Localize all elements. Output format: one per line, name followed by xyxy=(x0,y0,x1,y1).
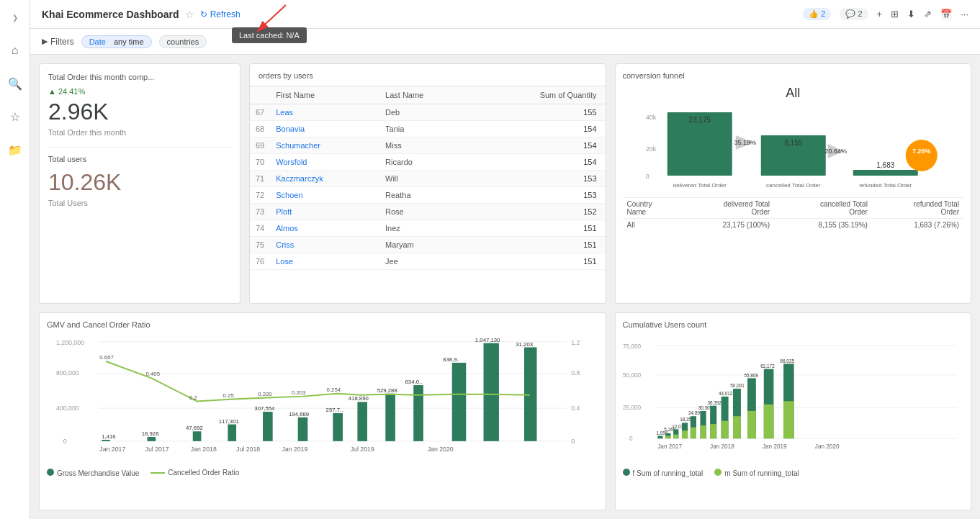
cell-qty: 151 xyxy=(472,220,605,237)
add-action[interactable]: + xyxy=(877,9,883,19)
download-action[interactable]: ⬇ xyxy=(907,9,915,19)
svg-text:Jul 2018: Jul 2018 xyxy=(236,446,260,453)
table-row: 73 Plott Rose 152 xyxy=(250,204,606,220)
svg-text:0.8: 0.8 xyxy=(571,369,580,376)
page-title: Khai Ecommerce Dashboard xyxy=(42,9,179,20)
cell-first-name[interactable]: Leas xyxy=(270,104,379,121)
cell-last-name: Deb xyxy=(379,104,472,121)
total-order-label: Total Order this month xyxy=(48,128,231,137)
more-action[interactable]: ··· xyxy=(961,9,968,19)
svg-rect-97 xyxy=(710,424,716,438)
svg-rect-82 xyxy=(665,435,670,438)
refresh-button[interactable]: ↻ Refresh xyxy=(200,9,240,19)
svg-rect-49 xyxy=(413,385,423,441)
col-country: CountryName xyxy=(623,198,680,219)
cell-qty: 152 xyxy=(472,204,605,220)
share-action[interactable]: ⇗ xyxy=(924,9,932,19)
svg-rect-85 xyxy=(673,434,678,438)
dashboard-grid: Total Order this month comp... ▲ 24.41% … xyxy=(30,55,980,519)
date-filter[interactable]: Date any time xyxy=(81,35,152,48)
cell-first-name[interactable]: Bonavia xyxy=(270,121,379,137)
funnel-all-label: All xyxy=(623,86,964,101)
svg-rect-79 xyxy=(657,435,662,438)
svg-point-14 xyxy=(905,140,937,171)
funnel-title: conversion funnel xyxy=(623,71,964,80)
gmv-chart-card: GMV and Cancel Order Ratio 1,200,000 800… xyxy=(39,312,606,511)
cell-country: All xyxy=(623,219,680,232)
star-icon[interactable]: ☆ xyxy=(5,107,25,127)
svg-text:0.4: 0.4 xyxy=(571,405,580,412)
filter-action[interactable]: ⊞ xyxy=(891,9,899,19)
cell-last-name: Inez xyxy=(379,220,472,237)
cell-first-name[interactable]: Plott xyxy=(270,204,379,220)
table-row: 67 Leas Deb 155 xyxy=(250,104,606,121)
table-row: 68 Bonavia Tania 154 xyxy=(250,121,606,137)
svg-rect-37 xyxy=(228,424,236,441)
svg-rect-45 xyxy=(357,402,367,441)
table-row: 69 Schumacher Miss 154 xyxy=(250,137,606,154)
svg-rect-106 xyxy=(747,410,756,438)
table-header-row: First Name Last Name Sum of Quantity xyxy=(250,86,606,104)
comment-badge[interactable]: 💬 2 xyxy=(840,8,868,20)
svg-text:838,9..: 838,9.. xyxy=(443,356,460,362)
legend-f-running: f Sum of running_total xyxy=(623,469,703,477)
cell-qty: 155 xyxy=(472,104,605,121)
gmv-title: GMV and Cancel Order Ratio xyxy=(47,320,598,329)
search-icon[interactable]: 🔍 xyxy=(5,73,25,94)
cell-last-name: Jee xyxy=(379,253,472,270)
cell-num: 67 xyxy=(250,104,270,121)
svg-text:20k: 20k xyxy=(645,145,656,153)
cell-num: 70 xyxy=(250,154,270,171)
svg-rect-88 xyxy=(681,430,687,438)
svg-text:cancelled Total Order: cancelled Total Order xyxy=(766,182,821,189)
cell-first-name[interactable]: Criss xyxy=(270,237,379,253)
cell-first-name[interactable]: Kaczmarczyk xyxy=(270,171,379,187)
cell-num: 71 xyxy=(250,171,270,187)
cell-qty: 154 xyxy=(472,137,605,154)
cell-first-name[interactable]: Schoen xyxy=(270,187,379,204)
cell-first-name[interactable]: Almos xyxy=(270,220,379,237)
table-row: 71 Kaczmarczyk Will 153 xyxy=(250,171,606,187)
col-refunded: refunded TotalOrder xyxy=(872,198,963,219)
svg-text:Jan 2018: Jan 2018 xyxy=(191,446,217,453)
country-filter[interactable]: countries xyxy=(159,35,207,48)
schedule-action[interactable]: 📅 xyxy=(940,9,952,19)
svg-text:31,203: 31,203 xyxy=(516,340,533,347)
tooltip-last-cached: Last cached: N/A xyxy=(232,27,307,43)
svg-text:400,000: 400,000 xyxy=(56,405,79,412)
svg-text:Jan 2017: Jan 2017 xyxy=(657,443,682,449)
svg-text:Jul 2019: Jul 2019 xyxy=(351,446,374,453)
cell-first-name[interactable]: Worsfold xyxy=(270,154,379,171)
svg-text:23,175: 23,175 xyxy=(688,116,711,124)
cell-first-name[interactable]: Lose xyxy=(270,253,379,270)
svg-text:delivered Total Order: delivered Total Order xyxy=(673,182,726,189)
total-users-title: Total users xyxy=(48,155,231,163)
svg-text:Jan 2019: Jan 2019 xyxy=(762,443,786,449)
svg-text:36,392: 36,392 xyxy=(707,400,721,405)
cell-cancelled: 8,155 (35.19%) xyxy=(774,219,872,232)
gmv-svg: 1,200,000 800,000 400,000 0 1.2 0.8 0.4 … xyxy=(47,335,598,464)
cell-first-name[interactable]: Schumacher xyxy=(270,137,379,154)
home-icon[interactable]: ⌂ xyxy=(5,40,25,60)
conversion-funnel-card: conversion funnel All 40k 20k 0 23,175 3… xyxy=(615,63,972,304)
folder-icon[interactable]: 📁 xyxy=(5,140,25,160)
svg-text:0.25: 0.25 xyxy=(223,392,234,398)
col-last-name: Last Name xyxy=(379,86,472,104)
svg-text:0: 0 xyxy=(629,435,633,441)
collapse-icon[interactable]: ❯ xyxy=(5,7,25,27)
cell-qty: 154 xyxy=(472,121,605,137)
cell-num: 76 xyxy=(250,253,270,270)
favorite-star-icon[interactable]: ☆ xyxy=(185,9,194,20)
cell-num: 75 xyxy=(250,237,270,253)
cell-last-name: Maryam xyxy=(379,237,472,253)
col-cancelled: cancelled TotalOrder xyxy=(774,198,872,219)
total-users-value: 10.26K xyxy=(48,169,231,196)
like-badge[interactable]: 👍 2 xyxy=(803,8,831,20)
cell-num: 68 xyxy=(250,121,270,137)
svg-text:Jan 2019: Jan 2019 xyxy=(282,446,307,453)
cell-qty: 153 xyxy=(472,187,605,204)
svg-text:25,000: 25,000 xyxy=(623,405,641,411)
svg-rect-51 xyxy=(452,362,466,441)
svg-text:1,047,130: 1,047,130 xyxy=(475,336,500,343)
svg-text:50,000: 50,000 xyxy=(623,371,641,378)
